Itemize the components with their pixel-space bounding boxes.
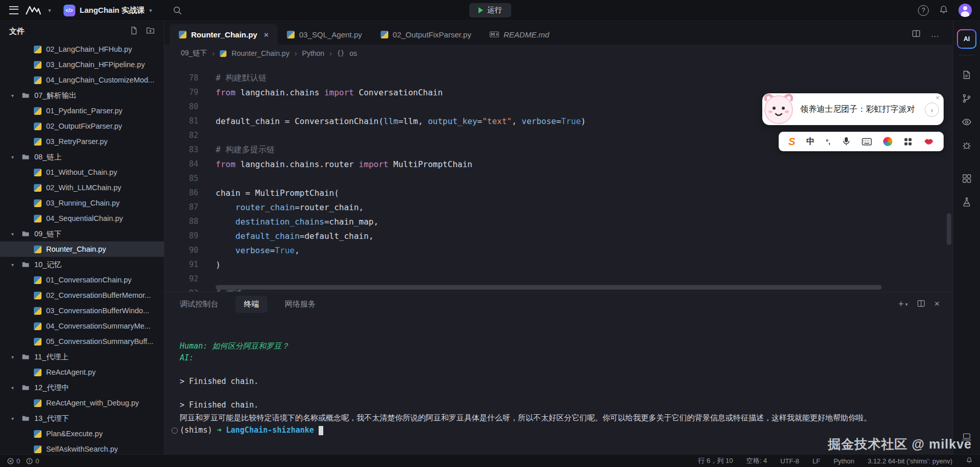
new-folder-icon[interactable] — [146, 26, 155, 36]
split-editor-icon[interactable] — [912, 29, 921, 39]
tree-item-file[interactable]: 01_Pydantic_Parser.py — [0, 103, 164, 118]
tab-sql-agent[interactable]: 03_SQL_Agent.py — [278, 24, 371, 45]
help-icon[interactable]: ? — [918, 5, 929, 16]
breadcrumb-item[interactable]: Python — [302, 49, 325, 57]
run-button[interactable]: 运行 — [469, 3, 511, 17]
skin-lips-icon[interactable] — [924, 138, 934, 145]
notifications-bell-icon[interactable] — [966, 457, 973, 465]
code-line[interactable]: 92 — [164, 272, 953, 286]
code-line[interactable]: 87 router_chain=router_chain, — [164, 200, 953, 214]
code-line[interactable]: 78# 构建默认链 — [164, 71, 953, 85]
tree-item-file[interactable]: Plan&Execute.py — [0, 426, 164, 441]
tree-item-file[interactable]: 04_SequentialChain.py — [0, 211, 164, 226]
tab-rounter-chain[interactable]: Rounter_Chain.py × — [170, 24, 278, 45]
menu-icon[interactable] — [9, 6, 18, 14]
breadcrumb-item[interactable]: 09_链下 — [181, 49, 207, 58]
tree-item-file[interactable]: ReActAgent_with_Debug.py — [0, 395, 164, 411]
mic-icon[interactable] — [842, 137, 851, 146]
code-line[interactable]: 88 destination_chains=chain_map, — [164, 214, 953, 229]
indentation[interactable]: 空格: 4 — [746, 456, 767, 465]
debug-bug-icon[interactable] — [962, 140, 972, 151]
keyboard-icon[interactable] — [862, 138, 872, 146]
folder-icon — [22, 153, 30, 161]
close-icon[interactable]: × — [935, 94, 940, 101]
user-avatar[interactable] — [958, 4, 972, 17]
split-panel-icon[interactable] — [917, 299, 925, 309]
sogou-logo-icon[interactable]: S — [788, 136, 795, 148]
vertical-scrollbar[interactable] — [947, 213, 951, 245]
code-line[interactable]: 84from langchain.chains.router import Mu… — [164, 157, 953, 171]
emoji-icon[interactable] — [883, 137, 892, 146]
horizontal-scrollbar[interactable] — [216, 285, 882, 290]
encoding[interactable]: UTF-8 — [780, 457, 799, 465]
tree-item-file[interactable]: 01_Without_Chain.py — [0, 165, 164, 180]
terminal-prompt[interactable]: (shims) ➜ LangChain-shizhanke — [180, 424, 939, 436]
tree-item-file[interactable]: Rounter_Chain.py — [0, 241, 164, 257]
language-mode[interactable]: Python — [833, 457, 854, 465]
problems-errors[interactable]: 0 — [7, 457, 20, 465]
code-editor[interactable]: 78# 构建默认链79from langchain.chains import … — [164, 62, 953, 292]
ai-assistant-button[interactable]: AI — [957, 29, 976, 49]
tree-item-folder[interactable]: ▾11_代理上 — [0, 349, 164, 364]
tree-item-file[interactable]: 04_LangChain_CustomizeMod... — [0, 72, 164, 88]
test-flask-icon[interactable] — [962, 197, 972, 207]
panel-tab-terminal[interactable]: 终端 — [236, 296, 267, 313]
tree-item-file[interactable]: 02_With_LLMChain.py — [0, 180, 164, 195]
code-line[interactable]: 86chain = MultiPromptChain( — [164, 186, 953, 200]
code-line[interactable]: 85 — [164, 171, 953, 186]
panel-tab-debug-console[interactable]: 调试控制台 — [180, 299, 218, 309]
chevron-right-icon[interactable]: › — [925, 103, 939, 117]
tab-outputfixparser[interactable]: 02_OutputFixParser.py — [371, 24, 481, 45]
python-interpreter[interactable]: 3.12.2 64-bit ('shims': pyenv) — [868, 457, 952, 465]
eye-preview-icon[interactable] — [962, 117, 972, 127]
close-panel-icon[interactable]: × — [934, 299, 940, 309]
new-file-icon[interactable] — [130, 26, 138, 36]
code-line[interactable]: 89 default_chain=default_chain, — [164, 229, 953, 243]
app-logo[interactable] — [26, 6, 41, 15]
tree-item-folder[interactable]: ▾10_记忆 — [0, 257, 164, 272]
tree-item-file[interactable]: 02_LangChain_HFHub.py — [0, 42, 164, 57]
project-name: LangChain 实战课 — [80, 6, 145, 15]
problems-warnings[interactable]: 0 — [26, 457, 39, 465]
code-line[interactable]: 91) — [164, 257, 953, 272]
breadcrumb-item[interactable]: os — [349, 49, 357, 57]
tree-item-folder[interactable]: ▾12_代理中 — [0, 380, 164, 395]
terminal[interactable]: Human: 如何区分阿豆和罗豆？AI: > Finished chain. >… — [164, 316, 953, 454]
apps-grid-icon[interactable] — [904, 137, 912, 146]
more-actions-icon[interactable]: … — [931, 30, 940, 39]
tree-item-folder[interactable]: ▾09_链下 — [0, 226, 164, 241]
line-number: 80 — [164, 102, 198, 111]
tree-item-file[interactable]: 04_ConversationSummaryMe... — [0, 318, 164, 334]
tree-item-file[interactable]: SelfAskwithSearch.py — [0, 441, 164, 454]
chevron-down-icon[interactable]: ▾ — [48, 7, 51, 14]
tree-item-folder[interactable]: ▾08_链上 — [0, 149, 164, 165]
tree-item-file[interactable]: 03_LangChain_HFPipeline.py — [0, 57, 164, 72]
doc-edit-icon[interactable] — [962, 70, 972, 80]
tree-item-folder[interactable]: ▾07_解析输出 — [0, 88, 164, 103]
extensions-grid-icon[interactable] — [962, 173, 972, 184]
tree-item-file[interactable]: 03_Running_Chain.py — [0, 195, 164, 211]
tree-item-file[interactable]: 03_RetryParser.py — [0, 134, 164, 149]
tree-item-file[interactable]: 01_ConversationChain.py — [0, 272, 164, 288]
code-line[interactable]: 90 verbose=True, — [164, 243, 953, 257]
panel-tab-network[interactable]: 网络服务 — [285, 299, 316, 309]
tree-item-file[interactable]: 02_OutputFixParser.py — [0, 118, 164, 134]
chinese-mode-icon[interactable]: 中 — [806, 136, 815, 147]
tree-item-file[interactable]: 05_ConversationSummaryBuff... — [0, 334, 164, 349]
ime-promo-banner[interactable]: 领养迪士尼团子：彩虹打字派对 › × — [762, 93, 944, 125]
tree-item-file[interactable]: 02_ConversationBufferMemor... — [0, 288, 164, 303]
tab-readme[interactable]: README.md — [481, 24, 558, 45]
close-icon[interactable]: × — [264, 30, 268, 39]
git-branch-icon[interactable] — [962, 93, 972, 104]
bell-icon[interactable] — [939, 5, 948, 16]
search-icon[interactable] — [173, 6, 182, 15]
project-selector[interactable]: </> LangChain 实战课 ▾ — [64, 5, 152, 16]
eol-sequence[interactable]: LF — [812, 457, 820, 465]
tree-item-file[interactable]: 03_ConversationBufferWindo... — [0, 303, 164, 318]
cursor-position[interactable]: 行 6，列 10 — [698, 456, 733, 465]
breadcrumb-item[interactable]: Rounter_Chain.py — [232, 49, 289, 57]
tree-item-file[interactable]: ReActAgent.py — [0, 364, 164, 380]
new-terminal-button[interactable]: +▾ — [899, 299, 908, 310]
tree-item-folder[interactable]: ▾13_代理下 — [0, 411, 164, 426]
punctuation-mode-icon[interactable]: °, — [826, 138, 830, 146]
